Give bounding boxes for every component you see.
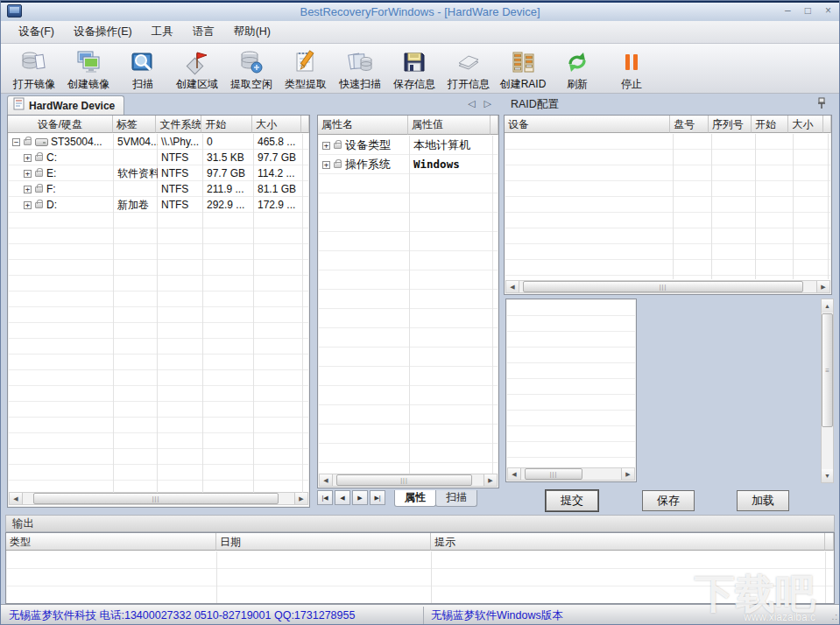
toolbar-button[interactable]: 刷新 [550,46,604,92]
menu-item[interactable]: 语言 [183,22,224,42]
tab-hardware-device[interactable]: HardWare Device [7,95,124,115]
scroll-right-icon[interactable]: ▶ [294,493,307,504]
device-table-hscrollbar[interactable]: ◀|||▶ [9,492,308,505]
tab-scroll-left-icon[interactable]: ◁ [468,98,475,109]
scroll-right-icon[interactable]: ▶ [816,281,829,292]
hscroll-track[interactable]: ||| [519,281,816,292]
scroll-right-icon[interactable]: ▶ [484,474,497,486]
hscroll-thumb[interactable]: ||| [336,474,472,486]
refresh-icon [563,48,591,76]
column-header[interactable]: 文件系统 [156,116,201,133]
column-header[interactable]: 设备/硬盘 [8,116,113,133]
table-row[interactable]: +设备类型本地计算机 [319,136,498,155]
table-row[interactable]: +E:软件资料NTFS97.7 GB114.2 ... [9,165,308,181]
scroll-left-icon[interactable]: ◀ [508,468,521,480]
tab-scroll-right-icon[interactable]: ▷ [484,98,491,109]
toolbar-button[interactable]: 扫描 [116,46,170,92]
expand-icon[interactable]: + [24,186,32,193]
nav-first-icon[interactable]: |◀ [317,490,333,505]
column-header[interactable]: 类型 [6,533,216,551]
menu-item[interactable]: 设备操作(E) [64,22,142,42]
column-header[interactable]: 盘号 [670,116,708,133]
column-header[interactable]: 开始 [201,116,252,133]
hscroll-track[interactable]: ||| [333,474,484,486]
property-name-cell: +操作系统 [319,155,410,174]
scroll-left-icon[interactable]: ◀ [320,474,333,486]
expand-icon[interactable]: + [24,201,32,209]
toolbar-button[interactable]: 提取空闲 [224,46,279,92]
nav-next-icon[interactable]: ▶ [352,490,368,505]
toolbar-button[interactable]: 类型提取 [279,46,333,92]
expand-icon[interactable]: + [24,170,32,178]
hscroll-track[interactable]: ||| [521,468,621,480]
expand-icon[interactable]: + [322,142,330,150]
maximize-button[interactable]: □ [805,4,811,17]
scroll-down-icon[interactable]: ▼ [822,469,833,482]
column-header[interactable]: 标签 [113,116,157,133]
menu-item[interactable]: 工具 [142,22,183,42]
property-name: 设备类型 [345,138,391,151]
property-table-header: 属性名属性值 [318,116,498,135]
column-header[interactable]: 属性值 [408,116,491,135]
menu-item[interactable]: 帮助(H) [224,22,280,42]
column-header[interactable]: 序列号 [709,116,752,133]
toolbar-button[interactable]: 保存信息 [387,46,441,92]
resize-grip[interactable]: .: [831,612,838,621]
column-header[interactable]: 大小 [788,116,823,133]
raid-config-panel: 设备盘号序列号开始大小 ◀|||▶ ◀|||▶ RAID类型:RAID0▼循环方… [504,115,834,515]
toolbar-button[interactable]: 快速扫描 [333,46,387,92]
hscroll-thumb[interactable]: ||| [33,493,279,504]
column-header[interactable]: 属性名 [318,116,408,135]
close-button[interactable]: × [825,4,831,17]
加载-button[interactable]: 加载 [737,490,789,511]
property-table-hscrollbar[interactable]: ◀|||▶ [319,474,498,487]
nav-last-icon[interactable]: ▶| [370,490,385,505]
toolbar-button[interactable]: 创建镜像 [61,46,116,92]
hscroll-thumb[interactable]: ||| [525,468,582,480]
table-row[interactable]: +操作系统Windows [319,155,498,174]
scroll-right-icon[interactable]: ▶ [621,468,634,480]
raid-member-list-hscrollbar[interactable]: ◀|||▶ [507,467,635,481]
expand-icon[interactable]: + [322,161,330,169]
expand-icon[interactable]: + [24,154,32,162]
hscroll-thumb[interactable]: ||| [523,281,803,292]
column-header[interactable]: 日期 [216,533,431,551]
保存-button[interactable]: 保存 [642,490,695,511]
toolbar-button-label: 快速扫描 [339,77,381,92]
scroll-left-icon[interactable]: ◀ [10,493,23,504]
toolbar-button[interactable]: 停止 [604,46,659,92]
column-header[interactable]: 提示 [431,533,825,551]
table-row[interactable]: +D:新加卷NTFS292.9 ...172.9 ... [9,197,308,213]
hscroll-track[interactable]: ||| [23,493,294,504]
pin-icon[interactable] [816,97,827,109]
toolbar-button[interactable]: 打开镜像 [7,46,61,92]
column-header[interactable]: 开始 [752,116,788,133]
vscroll-thumb[interactable]: ≡ [822,313,833,427]
minimize-button[interactable]: – [785,4,791,17]
tab-属性[interactable]: 属性 [394,490,436,507]
column-header[interactable]: 设备 [505,116,670,133]
toolbar-button[interactable]: 创建区域 [170,46,224,92]
tab-扫描[interactable]: 扫描 [435,490,477,507]
lock-icon [35,202,43,208]
toolbar-button[interactable]: 打开信息 [441,46,496,92]
device-tree-panel: 设备/硬盘标签文件系统开始大小 −ST35004...5VM04...\\.\P… [7,115,310,508]
raid-options-vscrollbar[interactable]: ▲ ≡ ▼ [821,298,834,483]
提交-button[interactable]: 提交 [546,490,598,511]
scroll-up-icon[interactable]: ▲ [822,299,833,312]
device-cell-value: 292.9 ... [203,197,254,213]
column-header[interactable]: 大小 [252,116,301,133]
property-nav-strip: |◀◀▶▶|属性扫描 [317,488,499,509]
table-row[interactable]: +F:NTFS211.9 ...81.1 GB [9,181,308,197]
toolbar-button-label: 创建RAID [500,77,547,92]
create-raid-icon [509,48,537,76]
scroll-left-icon[interactable]: ◀ [506,281,519,292]
table-row[interactable]: −ST35004...5VM04...\\.\Phy...0465.8 ... [9,134,308,150]
collapse-icon[interactable]: − [12,138,20,146]
toolbar-button[interactable]: 创建RAID [496,46,550,92]
property-name-cell: +设备类型 [319,136,410,155]
menu-item[interactable]: 设备(F) [9,22,64,42]
nav-prev-icon[interactable]: ◀ [335,490,350,505]
raid-grid-hscrollbar[interactable]: ◀|||▶ [505,280,830,293]
table-row[interactable]: +C:NTFS31.5 KB97.7 GB [9,150,308,165]
